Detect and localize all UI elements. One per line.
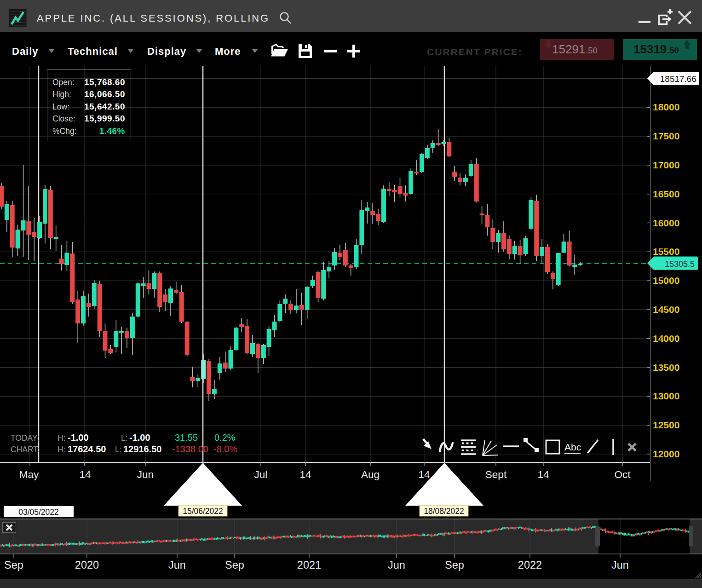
svg-text:.50: .50 (586, 46, 598, 55)
svg-text:2021: 2021 (297, 559, 321, 571)
svg-text:-1338.00: -1338.00 (172, 444, 208, 454)
svg-text:Open:: Open: (52, 78, 75, 87)
svg-text:High:: High: (52, 90, 71, 99)
svg-text:14500: 14500 (653, 304, 679, 315)
svg-text:H:: H: (58, 445, 66, 454)
svg-text:0.2%: 0.2% (214, 432, 236, 443)
svg-text:18/08/2022: 18/08/2022 (424, 507, 464, 516)
svg-text:15,642.50: 15,642.50 (84, 102, 125, 111)
svg-text:31.55: 31.55 (175, 432, 198, 443)
svg-text:15000: 15000 (653, 275, 679, 286)
svg-text:Display: Display (147, 46, 186, 57)
svg-text:1.46%: 1.46% (99, 126, 125, 136)
svg-text:03/05/2022: 03/05/2022 (18, 507, 59, 517)
svg-text:Aug: Aug (361, 469, 380, 480)
svg-text:Jun: Jun (168, 559, 186, 571)
svg-text:15305.5: 15305.5 (665, 259, 695, 269)
svg-text:APPLE INC. (ALL SESSIONS), ROL: APPLE INC. (ALL SESSIONS), ROLLING (37, 12, 270, 24)
svg-text:-1.00: -1.00 (68, 432, 89, 443)
svg-text:15/06/2022: 15/06/2022 (183, 507, 223, 516)
svg-text:Close:: Close: (52, 114, 75, 123)
svg-text:16500: 16500 (653, 189, 679, 199)
svg-text:-1.00: -1.00 (129, 432, 150, 443)
svg-text:14: 14 (537, 469, 549, 480)
svg-text:%Chg:: %Chg: (52, 127, 77, 136)
svg-text:H:: H: (58, 433, 66, 443)
svg-text:18517.66: 18517.66 (660, 74, 696, 84)
svg-text:Jun: Jun (137, 469, 154, 480)
svg-text:2022: 2022 (518, 559, 542, 571)
svg-text:May: May (19, 469, 39, 480)
svg-text:14: 14 (79, 469, 91, 480)
svg-text:15291: 15291 (552, 42, 585, 56)
svg-text:L:: L: (121, 433, 128, 443)
svg-text:2020: 2020 (75, 559, 99, 571)
svg-text:14000: 14000 (653, 333, 679, 344)
svg-text:CHART:: CHART: (11, 445, 40, 454)
svg-text:14: 14 (418, 469, 430, 480)
svg-text:12500: 12500 (653, 420, 679, 430)
svg-text:17624.50: 17624.50 (68, 444, 106, 454)
svg-text:16,066.50: 16,066.50 (84, 89, 125, 99)
svg-text:Sep: Sep (4, 559, 23, 571)
svg-text:Jul: Jul (254, 469, 268, 480)
svg-text:Jun: Jun (388, 559, 405, 571)
svg-text:13000: 13000 (653, 391, 679, 401)
svg-text:Low:: Low: (52, 102, 69, 111)
svg-text:Oct: Oct (614, 469, 631, 480)
svg-text:Jun: Jun (611, 559, 629, 571)
svg-text:Sep: Sep (445, 559, 464, 571)
svg-text:15319: 15319 (633, 42, 667, 56)
svg-text:13500: 13500 (653, 362, 679, 373)
svg-text:TODAY:: TODAY: (11, 433, 40, 443)
svg-text:18000: 18000 (653, 102, 679, 112)
svg-text:Sept: Sept (485, 469, 507, 480)
svg-text:15,999.50: 15,999.50 (84, 114, 125, 123)
svg-text:Daily: Daily (12, 46, 39, 57)
svg-text:16000: 16000 (653, 218, 679, 228)
svg-text:Abc: Abc (564, 442, 581, 452)
svg-text:12916.50: 12916.50 (123, 444, 161, 454)
svg-text:Technical: Technical (68, 46, 118, 57)
svg-text:Sep: Sep (225, 559, 244, 571)
svg-text:.50: .50 (667, 46, 679, 55)
svg-text:L:: L: (115, 445, 122, 454)
svg-text:17500: 17500 (653, 131, 679, 141)
svg-text:14: 14 (299, 469, 311, 480)
svg-text:-8.0%: -8.0% (213, 444, 237, 454)
svg-text:CURRENT PRICE:: CURRENT PRICE: (427, 46, 523, 57)
svg-text:17000: 17000 (653, 160, 679, 170)
svg-text:12000: 12000 (653, 449, 679, 459)
svg-text:15500: 15500 (653, 246, 679, 257)
svg-text:More: More (215, 46, 241, 57)
svg-text:15,768.60: 15,768.60 (84, 77, 125, 87)
